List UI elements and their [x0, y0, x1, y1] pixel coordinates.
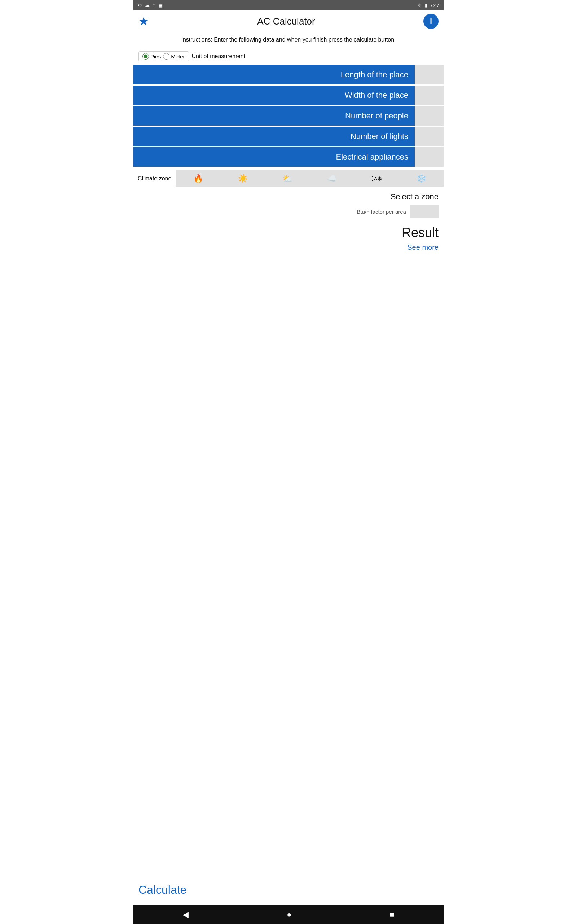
status-bar-left: ⚙ ☁ ○ ▣ — [138, 3, 163, 8]
width-button[interactable]: Width of the place — [134, 86, 415, 105]
people-row: Number of people — [134, 106, 443, 126]
radio-meter-label: Meter — [171, 53, 185, 60]
app-title: AC Calculator — [257, 16, 315, 27]
length-button[interactable]: Length of the place — [134, 65, 415, 84]
circle-icon: ○ — [153, 3, 155, 8]
appliances-label: Electrical appliances — [336, 152, 408, 162]
lights-row: Number of lights — [134, 127, 443, 146]
lights-button[interactable]: Number of lights — [134, 127, 415, 146]
radio-meter[interactable]: Meter — [163, 53, 185, 60]
length-row: Length of the place — [134, 65, 443, 84]
cloudy-icon[interactable]: ☁️ — [310, 170, 355, 187]
home-button[interactable]: ● — [276, 910, 302, 919]
lights-input[interactable] — [415, 127, 443, 146]
instructions-text: Instructions: Enter the following data a… — [134, 32, 443, 49]
fire-icon[interactable]: 🔥 — [176, 170, 220, 187]
windy-cold-icon[interactable]: 🌬❄ — [354, 170, 399, 187]
climate-zone-label: Climate zone — [134, 175, 176, 182]
status-time: 7:47 — [430, 3, 439, 8]
btu-value — [410, 205, 438, 218]
people-label: Number of people — [345, 111, 408, 120]
radio-pies-input[interactable] — [142, 53, 149, 60]
climate-zone-row: Climate zone 🔥 ☀️ ⛅ ☁️ 🌬❄ ❄️ — [134, 169, 443, 188]
status-bar-right: ✈ ▮ 7:47 — [418, 3, 439, 8]
see-more-link[interactable]: See more — [134, 242, 443, 259]
width-input[interactable] — [415, 86, 443, 105]
length-input[interactable] — [415, 65, 443, 84]
storage-icon: ▣ — [158, 3, 163, 8]
status-bar: ⚙ ☁ ○ ▣ ✈ ▮ 7:47 — [134, 0, 443, 10]
appliances-row: Electrical appliances — [134, 147, 443, 167]
unit-radio-group: Pies Meter — [139, 51, 189, 61]
cloud-icon: ☁ — [145, 3, 150, 8]
btu-row: Btu/h factor per area — [134, 203, 443, 220]
length-label: Length of the place — [341, 70, 408, 79]
star-icon[interactable]: ★ — [139, 15, 149, 28]
back-button[interactable]: ◀ — [172, 910, 200, 919]
bottom-nav: ◀ ● ■ — [134, 905, 443, 924]
select-zone-text: Select a zone — [134, 188, 443, 203]
header: ★ AC Calculator i — [134, 10, 443, 32]
people-input[interactable] — [415, 106, 443, 126]
sun-icon[interactable]: ☀️ — [220, 170, 265, 187]
battery-icon: ▮ — [425, 3, 427, 8]
radio-meter-input[interactable] — [163, 53, 169, 60]
settings-icon: ⚙ — [138, 3, 142, 8]
lights-label: Number of lights — [351, 132, 408, 141]
width-row: Width of the place — [134, 86, 443, 105]
width-label: Width of the place — [345, 90, 408, 100]
info-button[interactable]: i — [423, 14, 438, 29]
recents-button[interactable]: ■ — [379, 910, 405, 919]
snow-icon[interactable]: ❄️ — [399, 170, 443, 187]
unit-measurement-row: Pies Meter Unit of measurement — [134, 49, 443, 65]
climate-icons-group: 🔥 ☀️ ⛅ ☁️ 🌬❄ ❄️ — [176, 170, 443, 187]
spacer — [134, 259, 443, 876]
info-icon: i — [430, 16, 432, 26]
airplane-icon: ✈ — [418, 3, 422, 8]
radio-pies[interactable]: Pies — [142, 53, 161, 60]
appliances-input[interactable] — [415, 147, 443, 167]
people-button[interactable]: Number of people — [134, 106, 415, 126]
calculate-button[interactable]: Calculate — [134, 876, 443, 905]
btu-label: Btu/h factor per area — [357, 208, 406, 215]
result-text: Result — [134, 220, 443, 242]
appliances-button[interactable]: Electrical appliances — [134, 147, 415, 167]
partly-cloudy-icon[interactable]: ⛅ — [265, 170, 310, 187]
radio-pies-label: Pies — [150, 53, 161, 60]
unit-measurement-label: Unit of measurement — [192, 53, 246, 60]
